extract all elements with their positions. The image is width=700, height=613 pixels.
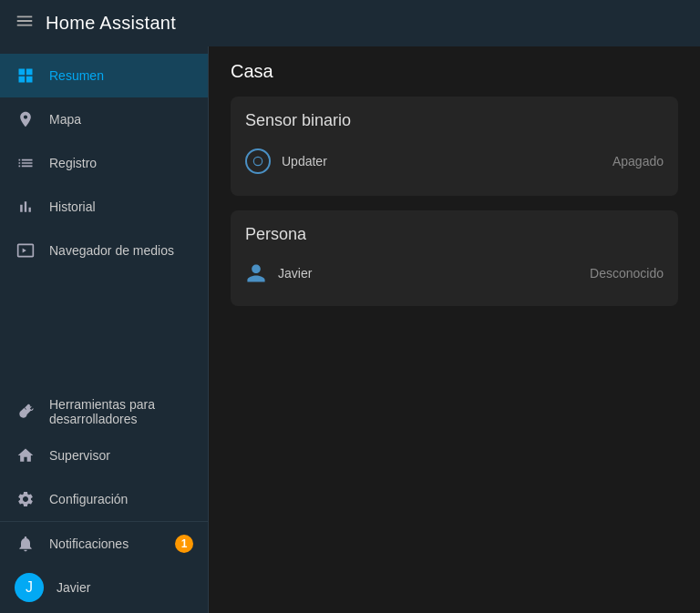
card-row-javier[interactable]: Javier Desconocido <box>245 255 664 291</box>
row-name-updater: Updater <box>282 154 602 169</box>
sidebar-item-historial[interactable]: Historial <box>0 185 208 229</box>
wrench-icon <box>15 403 36 421</box>
row-name-javier: Javier <box>278 266 579 281</box>
sidebar-item-label: Registro <box>49 156 97 170</box>
binary-sensor-icon <box>245 148 271 174</box>
sidebar-item-user[interactable]: J Javier <box>0 566 208 609</box>
gear-icon <box>15 490 36 508</box>
sidebar-item-label: Mapa <box>49 112 81 127</box>
svg-point-0 <box>253 157 262 165</box>
main-layout: Resumen Mapa Registro <box>0 46 700 613</box>
card-row-updater[interactable]: Updater Apagado <box>245 141 664 181</box>
sidebar-item-mapa[interactable]: Mapa <box>0 97 208 141</box>
card-title-sensor: Sensor binario <box>245 111 664 130</box>
card-persona: Persona Javier Desconocido <box>231 210 678 306</box>
sidebar-item-label: Resumen <box>49 68 104 83</box>
sidebar-item-registro[interactable]: Registro <box>0 141 208 185</box>
app-title: Home Assistant <box>46 13 176 34</box>
grid-icon <box>15 66 36 85</box>
sidebar-bottom: Notificaciones 1 J Javier <box>0 521 208 613</box>
person-icon <box>245 262 267 284</box>
bell-icon <box>15 535 36 553</box>
notification-badge: 1 <box>175 535 193 553</box>
avatar: J <box>15 573 44 602</box>
sidebar-item-label: Configuración <box>49 492 128 506</box>
card-title-persona: Persona <box>245 225 664 244</box>
map-icon <box>15 110 36 128</box>
sidebar-item-configuracion[interactable]: Configuración <box>0 477 208 521</box>
media-icon <box>15 241 36 260</box>
sidebar-item-herramientas[interactable]: Herramientas para desarrolladores <box>0 390 208 434</box>
sidebar-item-label: Supervisor <box>49 448 110 463</box>
menu-icon[interactable] <box>15 11 35 36</box>
sidebar-user-label: Javier <box>57 580 90 595</box>
sidebar-item-label: Herramientas para desarrolladores <box>49 397 193 426</box>
content-area: Casa Sensor binario Updater Apagado Pers… <box>209 46 700 613</box>
row-status-updater: Apagado <box>612 154 664 169</box>
content-body: Sensor binario Updater Apagado Persona <box>209 89 700 328</box>
list-icon <box>15 154 36 172</box>
sidebar-spacer <box>0 272 208 390</box>
sidebar-item-label: Notificaciones <box>49 536 129 551</box>
sidebar-item-label: Historial <box>49 199 96 214</box>
sidebar-item-label: Navegador de medios <box>49 243 174 258</box>
sidebar-item-medios[interactable]: Navegador de medios <box>0 229 208 272</box>
content-header: Casa <box>209 46 700 89</box>
card-sensor-binario: Sensor binario Updater Apagado <box>231 97 678 196</box>
sidebar-item-supervisor[interactable]: Supervisor <box>0 434 208 477</box>
app-header: Home Assistant <box>0 0 700 46</box>
home-icon <box>15 446 36 465</box>
sidebar-item-notificaciones[interactable]: Notificaciones 1 <box>0 522 208 566</box>
sidebar-nav: Resumen Mapa Registro <box>0 46 208 521</box>
sidebar-item-resumen[interactable]: Resumen <box>0 54 208 97</box>
row-status-javier: Desconocido <box>590 266 664 281</box>
bar-chart-icon <box>15 198 36 216</box>
sidebar: Resumen Mapa Registro <box>0 46 209 613</box>
